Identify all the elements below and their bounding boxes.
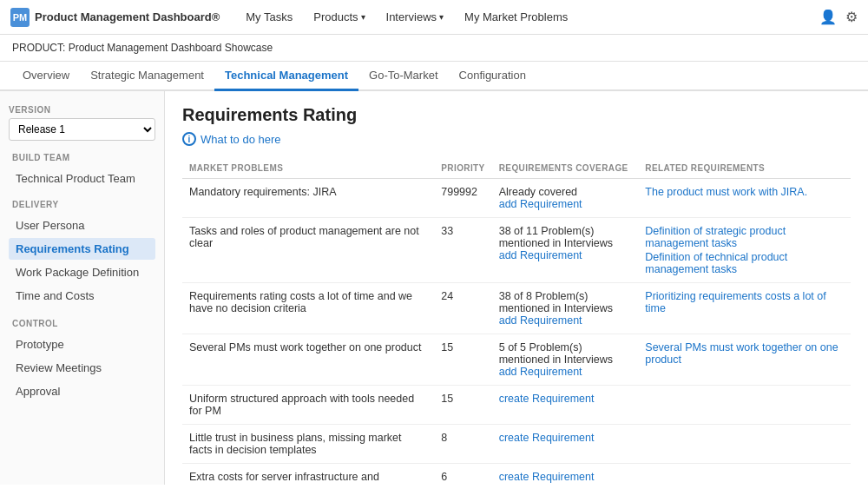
- related-link[interactable]: Prioritizing requirements costs a lot of…: [645, 290, 825, 314]
- table-row: Requirements rating costs a lot of time …: [182, 283, 851, 334]
- sidebar-item-user-persona[interactable]: User Persona: [9, 215, 155, 236]
- tab-strategic-management[interactable]: Strategic Management: [80, 62, 214, 91]
- nav-market-problems[interactable]: My Market Problems: [456, 5, 576, 29]
- breadcrumb-text: PRODUCT: Product Management Dashboard Sh…: [12, 42, 273, 54]
- logo: PM Product Management Dashboard®: [10, 8, 220, 27]
- coverage-link[interactable]: create Requirement: [499, 393, 595, 405]
- table-row: Tasks and roles of product management ar…: [182, 218, 851, 283]
- user-icon[interactable]: 👤: [819, 9, 837, 25]
- cell-priority: 799992: [434, 179, 491, 218]
- cell-coverage: 38 of 11 Problem(s) mentioned in Intervi…: [492, 218, 639, 283]
- products-chevron-icon: ▾: [361, 12, 365, 22]
- cell-market-problem: Requirements rating costs a lot of time …: [182, 283, 434, 334]
- sidebar-item-review-meetings[interactable]: Review Meetings: [9, 357, 155, 379]
- top-nav-links: My Tasks Products ▾ Interviews ▾ My Mark…: [237, 5, 802, 29]
- cell-priority: 24: [434, 283, 491, 334]
- sidebar-item-requirements-rating[interactable]: Requirements Rating: [9, 238, 155, 260]
- cell-market-problem: Extra costs for server infrastructure an…: [182, 464, 434, 486]
- tab-configuration[interactable]: Configuration: [449, 62, 536, 91]
- table-row: Uniform structured approach with tools n…: [182, 386, 851, 425]
- related-link[interactable]: The product must work with JIRA.: [645, 186, 807, 198]
- cell-coverage: create Requirement: [492, 386, 639, 425]
- settings-icon[interactable]: ⚙: [845, 9, 858, 25]
- coverage-link[interactable]: add Requirement: [499, 198, 582, 210]
- cell-related: Prioritizing requirements costs a lot of…: [638, 283, 851, 334]
- col-header-related: RELATED REQUIREMENTS: [638, 160, 851, 179]
- related-link[interactable]: Definition of technical product manageme…: [645, 251, 844, 275]
- cell-related: The product must work with JIRA.: [638, 179, 851, 218]
- main-content: Requirements Rating i What to do here MA…: [165, 91, 868, 485]
- what-to-do-link[interactable]: i What to do here: [182, 132, 851, 146]
- tab-bar: Overview Strategic Management Technical …: [0, 62, 868, 91]
- cell-related: [638, 386, 851, 425]
- tab-go-to-market[interactable]: Go-To-Market: [358, 62, 448, 91]
- cell-related: Several PMs must work together on one pr…: [638, 334, 851, 386]
- page-title: Requirements Rating: [182, 105, 851, 125]
- cell-priority: 6: [434, 464, 491, 486]
- cell-coverage: 5 of 5 Problem(s) mentioned in Interview…: [492, 334, 639, 386]
- nav-interviews-label: Interviews: [386, 10, 437, 23]
- tab-overview[interactable]: Overview: [12, 62, 80, 91]
- sidebar-item-time-costs[interactable]: Time and Costs: [9, 285, 155, 307]
- table-header-row: MARKET PROBLEMS PRIORITY REQUIREMENTS CO…: [182, 160, 851, 179]
- info-icon: i: [182, 132, 196, 146]
- what-to-do-label: What to do here: [201, 133, 281, 146]
- cell-priority: 33: [434, 218, 491, 283]
- nav-products-label: Products: [313, 10, 358, 23]
- table-row: Several PMs must work together on one pr…: [182, 334, 851, 386]
- control-label: CONTROL: [9, 319, 155, 328]
- col-header-priority: PRIORITY: [434, 160, 491, 179]
- coverage-link[interactable]: add Requirement: [499, 249, 582, 261]
- coverage-text: 38 of 11 Problem(s) mentioned in Intervi…: [499, 225, 613, 249]
- build-team-label: BUILD TEAM: [9, 153, 155, 162]
- version-select[interactable]: Release 1: [9, 118, 155, 141]
- sidebar-item-prototype[interactable]: Prototype: [9, 334, 155, 355]
- nav-my-tasks[interactable]: My Tasks: [237, 5, 301, 29]
- delivery-label: DELIVERY: [9, 200, 155, 209]
- main-layout: VERSION Release 1 BUILD TEAM Technical P…: [0, 91, 868, 485]
- interviews-chevron-icon: ▾: [439, 12, 444, 22]
- coverage-link[interactable]: add Requirement: [499, 314, 582, 327]
- coverage-link[interactable]: create Requirement: [499, 471, 595, 483]
- cell-market-problem: Tasks and roles of product management ar…: [182, 218, 434, 283]
- coverage-link[interactable]: add Requirement: [499, 366, 582, 378]
- cell-coverage: create Requirement: [492, 425, 639, 464]
- table-row: Little trust in business plans, missing …: [182, 425, 851, 464]
- cell-related: [638, 425, 851, 464]
- top-nav: PM Product Management Dashboard® My Task…: [0, 0, 868, 35]
- sidebar-item-approval[interactable]: Approval: [9, 380, 155, 402]
- related-link[interactable]: Several PMs must work together on one pr…: [645, 341, 838, 366]
- coverage-text: 5 of 5 Problem(s) mentioned in Interview…: [499, 341, 613, 366]
- logo-icon: PM: [10, 8, 30, 27]
- col-header-market: MARKET PROBLEMS: [182, 160, 434, 179]
- sidebar: VERSION Release 1 BUILD TEAM Technical P…: [0, 91, 165, 485]
- col-header-coverage: REQUIREMENTS COVERAGE: [492, 160, 639, 179]
- version-section: VERSION Release 1: [9, 105, 155, 141]
- nav-my-tasks-label: My Tasks: [246, 10, 293, 23]
- sidebar-item-work-package[interactable]: Work Package Definition: [9, 261, 155, 283]
- cell-related: [638, 464, 851, 486]
- cell-priority: 15: [434, 334, 491, 386]
- requirements-table: MARKET PROBLEMS PRIORITY REQUIREMENTS CO…: [182, 160, 851, 485]
- nav-interviews[interactable]: Interviews ▾: [378, 5, 453, 29]
- nav-market-problems-label: My Market Problems: [464, 10, 568, 23]
- cell-coverage: Already coveredadd Requirement: [492, 179, 639, 218]
- cell-market-problem: Little trust in business plans, missing …: [182, 425, 434, 464]
- related-link[interactable]: Definition of strategic product manageme…: [645, 225, 786, 249]
- cell-priority: 15: [434, 386, 491, 425]
- top-nav-icons: 👤 ⚙: [819, 9, 858, 25]
- nav-products[interactable]: Products ▾: [305, 5, 373, 29]
- cell-priority: 8: [434, 425, 491, 464]
- breadcrumb: PRODUCT: Product Management Dashboard Sh…: [0, 35, 868, 62]
- table-row: Mandatory requirements: JIRA799992Alread…: [182, 179, 851, 218]
- cell-market-problem: Uniform structured approach with tools n…: [182, 386, 434, 425]
- version-label: VERSION: [9, 105, 155, 115]
- tab-technical-management[interactable]: Technical Management: [214, 62, 358, 91]
- cell-market-problem: Several PMs must work together on one pr…: [182, 334, 434, 386]
- coverage-text: 38 of 8 Problem(s) mentioned in Intervie…: [499, 290, 613, 314]
- cell-market-problem: Mandatory requirements: JIRA: [182, 179, 434, 218]
- cell-coverage: 38 of 8 Problem(s) mentioned in Intervie…: [492, 283, 639, 334]
- sidebar-build-team-value: Technical Product Team: [9, 168, 155, 189]
- coverage-link[interactable]: create Requirement: [499, 432, 595, 444]
- cell-coverage: create Requirement: [492, 464, 639, 486]
